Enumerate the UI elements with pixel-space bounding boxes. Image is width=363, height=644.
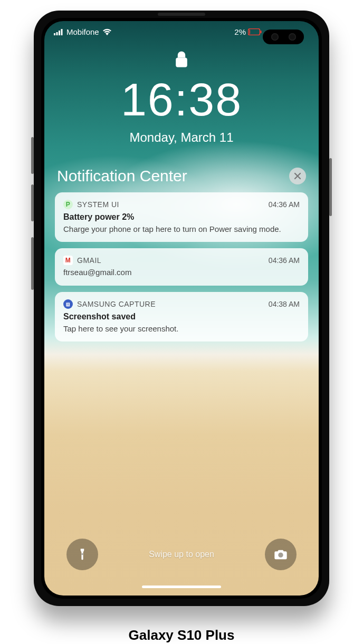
carrier-label: Mobifone xyxy=(66,27,99,36)
earpiece-speaker xyxy=(158,13,205,16)
camera-button[interactable] xyxy=(265,539,297,570)
clock-time: 16:38 xyxy=(44,76,319,123)
notification-body: Tap here to see your screenshot. xyxy=(63,324,300,334)
notification-body: ftrseau@gmail.com xyxy=(63,267,300,278)
battery-percent-label: 2% xyxy=(234,27,246,36)
notification-app-name: GMAIL xyxy=(77,256,101,265)
swipe-up-hint: Swipe up to open xyxy=(149,550,214,559)
notification-center-title: Notification Center xyxy=(57,167,187,185)
notification-card[interactable]: ⧇SAMSUNG CAPTURE04:38 AMScreenshot saved… xyxy=(55,292,308,341)
notification-time: 04:36 AM xyxy=(269,200,300,209)
power-button[interactable] xyxy=(329,158,332,216)
device-caption: Galaxy S10 Plus xyxy=(129,627,235,643)
notification-time: 04:38 AM xyxy=(269,300,300,308)
svg-rect-8 xyxy=(82,553,83,555)
lock-icon xyxy=(44,50,319,71)
svg-rect-3 xyxy=(61,29,63,35)
svg-rect-0 xyxy=(54,33,55,35)
app-icon: P xyxy=(63,200,73,209)
flashlight-button[interactable] xyxy=(66,539,98,570)
volume-up-button[interactable] xyxy=(31,137,34,174)
volume-down-button[interactable] xyxy=(31,184,34,221)
svg-rect-6 xyxy=(250,30,251,34)
svg-rect-2 xyxy=(59,31,60,35)
lock-screen[interactable]: Mobifone 2% 16:38 Monday, March 1 xyxy=(44,21,319,596)
clear-notifications-button[interactable] xyxy=(289,168,306,184)
notification-title: Battery power 2% xyxy=(63,212,300,222)
notification-card[interactable]: MGMAIL04:36 AMftrseau@gmail.com xyxy=(55,248,308,285)
notification-app-name: SYSTEM UI xyxy=(77,200,119,209)
svg-point-9 xyxy=(278,553,283,558)
clock-date: Monday, March 11 xyxy=(44,130,319,145)
notification-title: Screenshot saved xyxy=(63,312,300,321)
front-camera-cutout xyxy=(263,30,304,44)
home-indicator[interactable] xyxy=(142,586,221,588)
wifi-icon xyxy=(102,28,112,35)
bixby-button[interactable] xyxy=(31,237,34,290)
phone-frame: Mobifone 2% 16:38 Monday, March 1 xyxy=(34,11,329,606)
cellular-signal-icon xyxy=(54,29,63,35)
battery-icon xyxy=(248,28,262,35)
notification-time: 04:36 AM xyxy=(269,256,300,265)
app-icon: ⧇ xyxy=(63,299,73,309)
notification-app-name: SAMSUNG CAPTURE xyxy=(77,300,156,308)
notification-list: PSYSTEM UI04:36 AMBattery power 2%Charge… xyxy=(44,185,319,341)
svg-rect-5 xyxy=(261,31,262,33)
notification-body: Charge your phone or tap here to turn on… xyxy=(63,224,300,235)
notification-card[interactable]: PSYSTEM UI04:36 AMBattery power 2%Charge… xyxy=(55,192,308,242)
svg-rect-1 xyxy=(56,32,58,35)
app-icon: M xyxy=(63,256,73,265)
svg-rect-7 xyxy=(176,57,187,67)
